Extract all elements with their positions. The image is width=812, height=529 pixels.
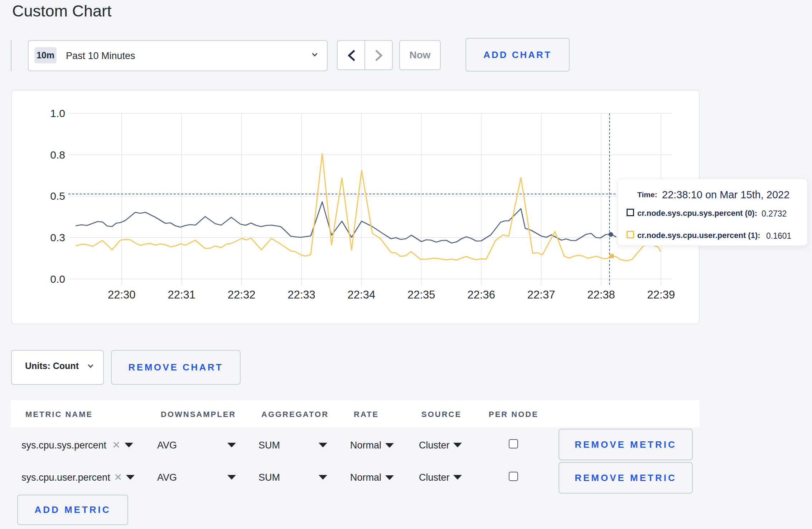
svg-text:22:31: 22:31 [168, 288, 195, 301]
svg-text:22:35: 22:35 [407, 288, 435, 301]
svg-text:22:39: 22:39 [647, 288, 675, 301]
svg-text:22:32: 22:32 [228, 288, 256, 301]
svg-text:22:38: 22:38 [587, 288, 615, 301]
svg-text:22:37: 22:37 [527, 288, 555, 301]
svg-text:0.0: 0.0 [50, 273, 65, 285]
svg-text:1.0: 1.0 [50, 107, 65, 119]
svg-text:0.3: 0.3 [50, 232, 65, 243]
svg-text:22:30: 22:30 [108, 288, 136, 301]
svg-text:22:34: 22:34 [348, 288, 376, 301]
svg-text:0.8: 0.8 [50, 149, 65, 161]
svg-text:22:36: 22:36 [467, 288, 495, 301]
svg-text:0.5: 0.5 [50, 190, 65, 202]
svg-text:22:33: 22:33 [287, 288, 315, 301]
